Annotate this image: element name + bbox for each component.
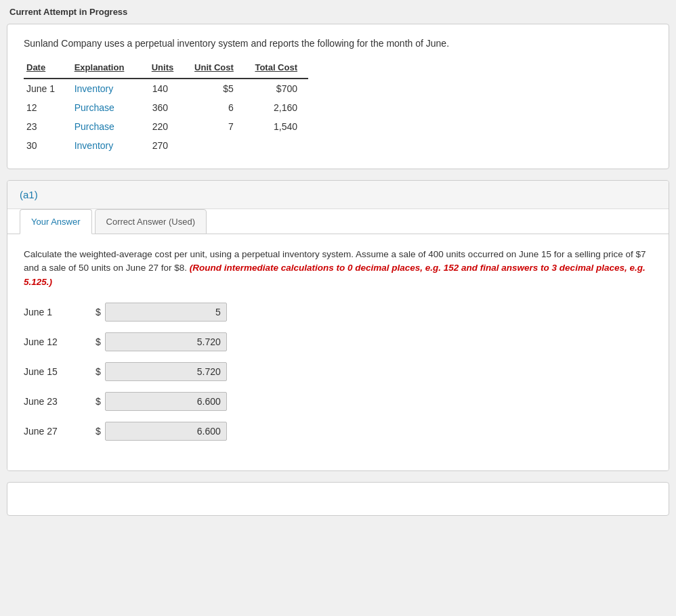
cell-explanation: Purchase	[72, 98, 144, 117]
input-date-label: June 23	[24, 396, 85, 407]
table-row: 23Purchase22071,540	[24, 117, 308, 136]
input-date-label: June 12	[24, 336, 85, 347]
dollar-sign: $	[96, 396, 101, 407]
cell-total-cost: 1,540	[245, 117, 308, 136]
cell-unit-cost: $5	[184, 79, 245, 98]
cell-units: 220	[144, 117, 184, 136]
cost-input[interactable]	[105, 362, 227, 381]
cost-input[interactable]	[105, 422, 227, 441]
input-row: June 12$	[24, 332, 652, 351]
cell-explanation: Inventory	[72, 136, 144, 155]
input-date-label: June 27	[24, 426, 85, 437]
col-units: Units	[144, 60, 184, 79]
dollar-sign: $	[96, 426, 101, 437]
cell-units: 360	[144, 98, 184, 117]
dollar-sign: $	[96, 336, 101, 347]
input-row: June 27$	[24, 422, 652, 441]
input-row: June 1$	[24, 303, 652, 322]
data-card: Sunland Company uses a perpetual invento…	[7, 24, 669, 169]
col-explanation: Explanation	[72, 60, 144, 79]
page-header: Current Attempt in Progress	[7, 7, 669, 17]
col-date: Date	[24, 60, 72, 79]
tab-correct-answer[interactable]: Correct Answer (Used)	[95, 209, 207, 234]
bottom-card	[7, 482, 669, 516]
table-row: 30Inventory270	[24, 136, 308, 155]
input-rows-container: June 1$June 12$June 15$June 23$June 27$	[24, 303, 652, 441]
tabs-bar: Your Answer Correct Answer (Used)	[7, 209, 669, 234]
col-total-cost: Total Cost	[245, 60, 308, 79]
intro-text: Sunland Company uses a perpetual invento…	[24, 38, 652, 49]
col-unit-cost: Unit Cost	[184, 60, 245, 79]
instructions: Calculate the weighted-average cost per …	[24, 248, 652, 289]
input-row: June 23$	[24, 392, 652, 411]
cell-unit-cost: 6	[184, 98, 245, 117]
cell-date: 30	[24, 136, 72, 155]
input-date-label: June 15	[24, 366, 85, 377]
input-date-label: June 1	[24, 307, 85, 317]
table-row: June 1Inventory140$5$700	[24, 79, 308, 98]
section-label: (a1)	[7, 181, 669, 209]
table-row: 12Purchase36062,160	[24, 98, 308, 117]
cell-explanation: Purchase	[72, 117, 144, 136]
input-row: June 15$	[24, 362, 652, 381]
cell-total-cost	[245, 136, 308, 155]
cell-unit-cost: 7	[184, 117, 245, 136]
section-a1: (a1) Your Answer Correct Answer (Used) C…	[7, 180, 669, 471]
cell-units: 270	[144, 136, 184, 155]
cell-explanation: Inventory	[72, 79, 144, 98]
cost-input[interactable]	[105, 392, 227, 411]
cost-input[interactable]	[105, 303, 227, 322]
cell-unit-cost	[184, 136, 245, 155]
cell-date: 12	[24, 98, 72, 117]
cell-total-cost: 2,160	[245, 98, 308, 117]
dollar-sign: $	[96, 366, 101, 377]
section-body: Calculate the weighted-average cost per …	[7, 234, 669, 470]
cell-date: 23	[24, 117, 72, 136]
cost-input[interactable]	[105, 332, 227, 351]
dollar-sign: $	[96, 307, 101, 317]
cell-date: June 1	[24, 79, 72, 98]
cell-units: 140	[144, 79, 184, 98]
cell-total-cost: $700	[245, 79, 308, 98]
inventory-table: Date Explanation Units Unit Cost Total C…	[24, 60, 308, 155]
tab-your-answer[interactable]: Your Answer	[20, 209, 92, 234]
